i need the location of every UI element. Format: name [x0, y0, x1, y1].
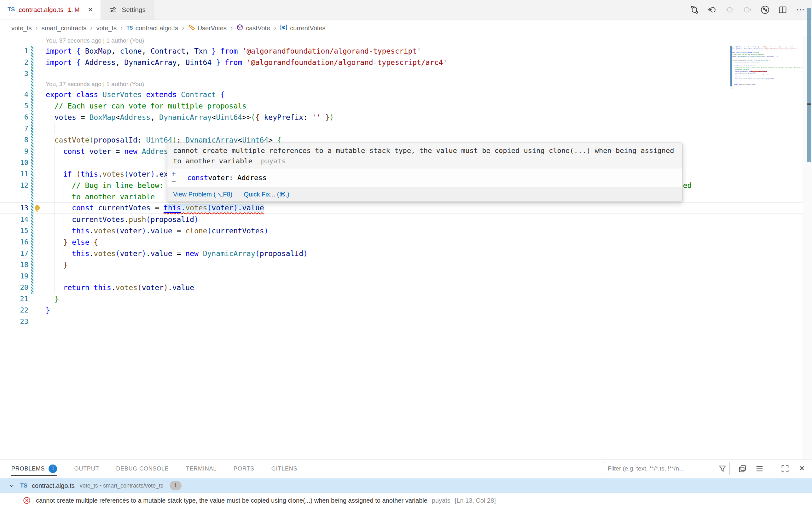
code-line[interactable]: 17 this.votes(voter).value = new Dynamic…: [0, 248, 802, 259]
line-number: 12: [0, 180, 28, 191]
tab-ports[interactable]: PORTS: [234, 459, 255, 478]
code-line[interactable]: 14 currentVotes.push(proposalId): [0, 214, 802, 225]
code-line[interactable]: 21 }: [0, 293, 802, 304]
problems-file-name: contract.algo.ts: [32, 482, 75, 489]
error-source-label: puyats: [257, 157, 286, 165]
problems-file-group-row[interactable]: TS contract.algo.ts vote_ts • smart_cont…: [0, 478, 812, 493]
line-number: 10: [0, 157, 28, 168]
minimap[interactable]: import { BoxMap, clone, Contract, Txn } …: [730, 46, 802, 128]
problems-filter-input[interactable]: [603, 462, 730, 475]
line-number: 17: [0, 248, 28, 259]
line-number: 22: [0, 304, 28, 316]
commit-graph-icon[interactable]: [760, 5, 770, 14]
code-line[interactable]: 18 }: [0, 259, 802, 271]
chevron-down-icon: [8, 482, 15, 489]
breadcrumb-item-class[interactable]: UserVotes: [188, 24, 227, 32]
code-line[interactable]: 3: [0, 68, 802, 80]
maximize-panel-icon[interactable]: [781, 464, 789, 473]
next-change-icon: [743, 5, 752, 14]
code-line[interactable]: 15 this.votes(voter).value = clone(curre…: [0, 225, 802, 237]
minimap-change-indicator: [730, 46, 732, 86]
code-line[interactable]: 23: [0, 316, 802, 327]
tab-debug-console[interactable]: DEBUG CONSOLE: [116, 459, 169, 478]
source-control-icon[interactable]: [690, 5, 699, 14]
variable-symbol-icon: [280, 24, 288, 32]
line-number: 21: [0, 293, 28, 304]
breadcrumb-item-variable[interactable]: currentVotes: [280, 24, 325, 32]
line-number: 1: [0, 45, 28, 57]
line-number: 19: [0, 271, 28, 282]
panel-controls: ✕: [603, 459, 806, 478]
line-number: 20: [0, 282, 28, 293]
decrease-verbosity-icon[interactable]: −: [172, 177, 176, 185]
tab-decoration: 1, M: [68, 6, 79, 13]
hover-definition-section: + − const voter: Address: [168, 168, 682, 187]
overview-ruler-marker: [807, 103, 811, 105]
tree-indent-guide: [12, 493, 12, 508]
breadcrumb-item-method[interactable]: castVote: [236, 24, 270, 32]
tab-settings[interactable]: Settings: [101, 0, 154, 19]
blame-annotation: You, 37 seconds ago | 1 author (You): [0, 36, 802, 45]
view-problem-link[interactable]: View Problem (⌥F8): [173, 190, 232, 198]
file-problems-count-badge: 1: [170, 481, 182, 491]
close-tab-icon[interactable]: ✕: [88, 6, 93, 14]
more-actions-icon[interactable]: ⋯: [796, 5, 805, 14]
bottom-panel: PROBLEMS 1 OUTPUT DEBUG CONSOLE TERMINAL…: [0, 459, 812, 526]
class-symbol-icon: [188, 24, 195, 32]
code-line[interactable]: 1import { BoxMap, clone, Contract, Txn }…: [0, 45, 802, 57]
breadcrumb-item[interactable]: smart_contracts: [42, 25, 86, 32]
increase-verbosity-icon[interactable]: +: [172, 170, 176, 177]
split-editor-icon[interactable]: [778, 5, 787, 14]
problems-count-badge: 1: [48, 465, 57, 473]
line-number: 2: [0, 57, 28, 68]
error-squiggle-span: this.votes(voter).value: [750, 71, 767, 72]
vscode-window: TS contract.algo.ts 1, M ✕ Settings: [0, 0, 812, 526]
code-line[interactable]: 4export class UserVotes extends Contract…: [0, 89, 802, 100]
line-number: 6: [0, 112, 28, 123]
code-line[interactable]: 5 // Each user can vote for multiple pro…: [0, 100, 802, 112]
breadcrumb: vote_ts › smart_contracts › vote_ts › TS…: [0, 20, 812, 36]
problem-message: cannot create multiple references to a m…: [36, 497, 427, 504]
quick-fix-link[interactable]: Quick Fix... (⌘.): [244, 190, 289, 198]
problem-error-row[interactable]: cannot create multiple references to a m…: [0, 493, 812, 508]
lightbulb-icon[interactable]: [33, 204, 42, 213]
go-back-icon[interactable]: [707, 5, 717, 14]
collapse-all-icon[interactable]: [755, 464, 764, 473]
chevron-right-icon: ›: [120, 24, 123, 32]
code-line[interactable]: 13 const currentVotes = this.votes(voter…: [0, 202, 802, 214]
previous-change-icon: [725, 5, 735, 14]
tab-problems[interactable]: PROBLEMS 1: [11, 459, 57, 478]
tab-contract-algo-ts[interactable]: TS contract.algo.ts 1, M ✕: [0, 0, 101, 19]
tab-output[interactable]: OUTPUT: [74, 459, 99, 478]
problem-source: puyats: [432, 497, 450, 504]
code-line[interactable]: 2import { Address, DynamicArray, Uint64 …: [0, 57, 802, 68]
code-line[interactable]: 7: [0, 123, 802, 134]
breadcrumb-item[interactable]: vote_ts: [96, 25, 116, 32]
tab-label: Settings: [122, 6, 146, 14]
line-number: 23: [0, 316, 28, 327]
error-squiggle-span: this.votes(voter).value: [164, 204, 264, 212]
chevron-right-icon: ›: [273, 24, 277, 32]
close-panel-icon[interactable]: ✕: [798, 464, 806, 473]
code-line[interactable]: 16 } else {: [0, 237, 802, 248]
typescript-file-icon: TS: [126, 25, 133, 31]
editor-pane[interactable]: You, 37 seconds ago | 1 author (You)1imp…: [0, 36, 802, 459]
typescript-file-icon: TS: [8, 6, 15, 13]
code-line: [730, 89, 802, 91]
typescript-file-icon: TS: [20, 483, 27, 489]
line-number: 8: [0, 134, 28, 146]
breadcrumb-item-file[interactable]: TS contract.algo.ts: [126, 25, 178, 32]
filter-icon: [719, 465, 727, 474]
view-as-table-icon[interactable]: [738, 464, 747, 473]
line-number: 13: [0, 203, 28, 213]
breadcrumb-item[interactable]: vote_ts: [11, 25, 31, 32]
tab-terminal[interactable]: TERMINAL: [186, 459, 217, 478]
code-line[interactable]: 6 votes = BoxMap<Address, DynamicArray<U…: [0, 112, 802, 123]
tab-gitlens[interactable]: GITLENS: [271, 459, 298, 478]
code-line[interactable]: 20 return this.votes(voter).value: [0, 282, 802, 293]
hover-actions-bar: View Problem (⌥F8) Quick Fix... (⌘.): [168, 187, 682, 201]
divider: [772, 464, 772, 473]
error-icon: [23, 496, 31, 504]
code-line[interactable]: 22}: [0, 304, 802, 316]
code-line[interactable]: 19: [0, 271, 802, 282]
